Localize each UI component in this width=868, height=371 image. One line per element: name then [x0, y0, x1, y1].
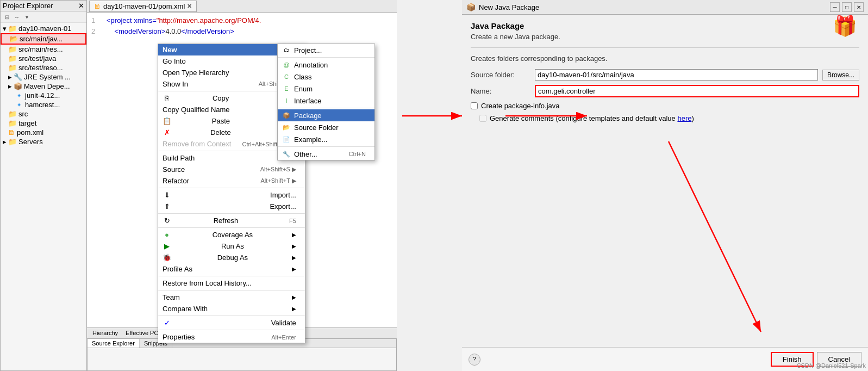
project-label: day10-maven-01 [18, 24, 72, 33]
ctx-properties-label: Properties [163, 333, 195, 341]
ctx-refresh-label: Refresh [214, 217, 239, 225]
collapse-icon[interactable]: ⊟ [3, 13, 11, 21]
ctx-debug-label: Debug As [217, 253, 248, 262]
editor-tab[interactable]: 🗎 day10-maven-01/pom.xml ✕ [89, 1, 197, 12]
ctx-new-label: New [163, 46, 177, 54]
dialog-subtitle: Create a new Java package. [471, 33, 859, 41]
here-link[interactable]: here [677, 114, 691, 122]
submenu-class-label: Class [294, 73, 312, 81]
ctx-coverage-as[interactable]: ● Coverage As ▶ [158, 229, 305, 240]
ctx-compare-arrow: ▶ [292, 306, 296, 312]
ctx-paste-label: Paste [212, 117, 230, 125]
ctx-compare-with[interactable]: Compare With ▶ [158, 303, 305, 314]
dialog-title: New Java Package [479, 3, 539, 11]
ctx-validate[interactable]: ✓ Validate [158, 317, 305, 329]
coverage-icon: ● [163, 231, 171, 239]
ctx-run-as[interactable]: ▶ Run As ▶ [158, 240, 305, 252]
src-icon: 📁 [8, 110, 17, 118]
ctx-copy-qualified-label: Copy Qualified Name [163, 106, 230, 114]
ctx-profile-arrow: ▶ [292, 266, 296, 272]
ctx-refactor[interactable]: Refactor Alt+Shift+T ▶ [158, 175, 305, 187]
source-folder-input[interactable] [535, 69, 818, 81]
create-package-info-row: Create package-info.java [471, 102, 859, 110]
ctx-refactor-shortcut: Alt+Shift+T ▶ [261, 177, 296, 184]
submenu-enum[interactable]: E Enum [278, 83, 374, 95]
tree-item-hamcrest[interactable]: 🔹 hamcrest... [1, 100, 86, 109]
new-java-package-dialog: 📦 New Java Package ─ □ ✕ 🎁 Java Package … [462, 0, 868, 371]
dialog-desc: Creates folders corresponding to package… [471, 54, 859, 63]
ctx-debug-as[interactable]: 🐞 Debug As ▶ [158, 252, 305, 263]
tree-item-src-main-res[interactable]: 📁 src/main/res... [1, 45, 86, 54]
project-explorer: Project Explorer ✕ ⊟ ↔ ▾ ▾ 📁 day10-maven… [0, 0, 87, 371]
generate-comments-checkbox[interactable] [479, 115, 486, 122]
submenu-source-folder-label: Source Folder [294, 123, 339, 132]
submenu-interface[interactable]: I Interface [278, 95, 374, 107]
minimize-button[interactable]: ─ [830, 2, 840, 12]
submenu-other[interactable]: 🔧 Other... Ctrl+N [278, 148, 374, 160]
tab-hierarchy[interactable]: Hierarchy [89, 329, 121, 337]
view-menu-icon[interactable]: ▾ [22, 13, 31, 21]
dialog-section-title: Java Package [471, 21, 859, 30]
ctx-profile-label: Profile As [163, 265, 192, 273]
create-package-info-checkbox[interactable] [471, 102, 478, 109]
maven-icon: 📦 [14, 82, 22, 90]
panel-close-icon[interactable]: ✕ [78, 2, 84, 10]
ctx-sep-7 [158, 290, 305, 290]
src-test-res-label: src/test/reso... [18, 64, 63, 72]
submenu-interface-label: Interface [294, 97, 322, 105]
browse-button[interactable]: Browse... [822, 70, 859, 81]
tree-item-src-test-res[interactable]: 📁 src/test/reso... [1, 63, 86, 72]
ctx-export[interactable]: ⇑ Export... [158, 201, 305, 212]
ctx-remove-label: Remove from Context [163, 140, 231, 148]
help-button[interactable]: ? [469, 354, 480, 366]
submenu-package[interactable]: 📦 Package [278, 109, 374, 121]
tree-item-src[interactable]: 📁 src [1, 109, 86, 119]
code-text-2: <modelVersion>4.0.0</modelVersion> [107, 26, 234, 37]
ctx-import[interactable]: ⇓ Import... [158, 189, 305, 201]
ctx-properties[interactable]: Properties Alt+Enter [158, 331, 305, 343]
tree-item-project[interactable]: ▾ 📁 day10-maven-01 [1, 24, 86, 33]
tab-source-explorer[interactable]: Source Explorer [88, 339, 140, 348]
tree-item-src-test-java[interactable]: 📁 src/test/java [1, 54, 86, 63]
ctx-profile-as[interactable]: Profile As ▶ [158, 263, 305, 275]
tree-item-jre[interactable]: ▸ 🔧 JRE System ... [1, 72, 86, 82]
ctx-refresh[interactable]: ↻ Refresh F5 [158, 215, 305, 226]
folder-icon-4: 📁 [8, 64, 17, 72]
submenu-annotation[interactable]: @ Annotation [278, 59, 374, 71]
maximize-button[interactable]: □ [842, 2, 852, 12]
ctx-properties-shortcut: Alt+Enter [271, 334, 296, 341]
submenu-class[interactable]: C Class [278, 71, 374, 83]
code-line-2: 2 <modelVersion>4.0.0</modelVersion> [91, 26, 392, 37]
tree-item-junit[interactable]: 🔹 junit-4.12... [1, 91, 86, 100]
link-editor-icon[interactable]: ↔ [13, 13, 21, 21]
ctx-team[interactable]: Team ▶ [158, 292, 305, 303]
tree-item-src-main-java[interactable]: 📂 src/main/jav... [1, 33, 86, 45]
src-main-java-label: src/main/jav... [20, 35, 63, 43]
source-panel: Source Explorer Snippets [87, 338, 397, 371]
sub-sep-2 [278, 108, 374, 108]
submenu-example[interactable]: 📄 Example... [278, 133, 374, 145]
tree-item-maven-dep[interactable]: ▸ 📦 Maven Depe... [1, 82, 86, 91]
validate-icon: ✓ [163, 319, 171, 327]
tab-close-icon[interactable]: ✕ [187, 3, 192, 10]
tree-item-pom[interactable]: 🗎 pom.xml [1, 128, 86, 137]
editor-tab-bar: 🗎 day10-maven-01/pom.xml ✕ [87, 0, 397, 13]
dialog-controls: ─ □ ✕ [830, 2, 864, 12]
ctx-coverage-label: Coverage As [213, 231, 253, 239]
submenu-example-label: Example... [294, 135, 327, 144]
ctx-source[interactable]: Source Alt+Shift+S ▶ [158, 164, 305, 175]
source-folder-icon: 📂 [282, 123, 291, 132]
tree-item-target[interactable]: 📁 target [1, 119, 86, 128]
pom-icon: 🗎 [8, 128, 15, 137]
close-button[interactable]: ✕ [854, 2, 864, 12]
name-label: Name: [471, 87, 530, 95]
submenu-source-folder[interactable]: 📂 Source Folder [278, 121, 374, 133]
tree-item-servers[interactable]: ▸ 📁 Servers [1, 137, 86, 146]
name-input[interactable] [535, 85, 859, 97]
ctx-restore-history[interactable]: Restore from Local History... [158, 277, 305, 289]
submenu-project[interactable]: 🗂 Project... [278, 44, 374, 56]
ctx-compare-label: Compare With [163, 305, 208, 313]
name-row: Name: [471, 85, 859, 97]
dialog-title-left: 📦 New Java Package [466, 3, 539, 11]
code-text-1: <project xmlns="http://maven.apache.org/… [107, 15, 261, 26]
